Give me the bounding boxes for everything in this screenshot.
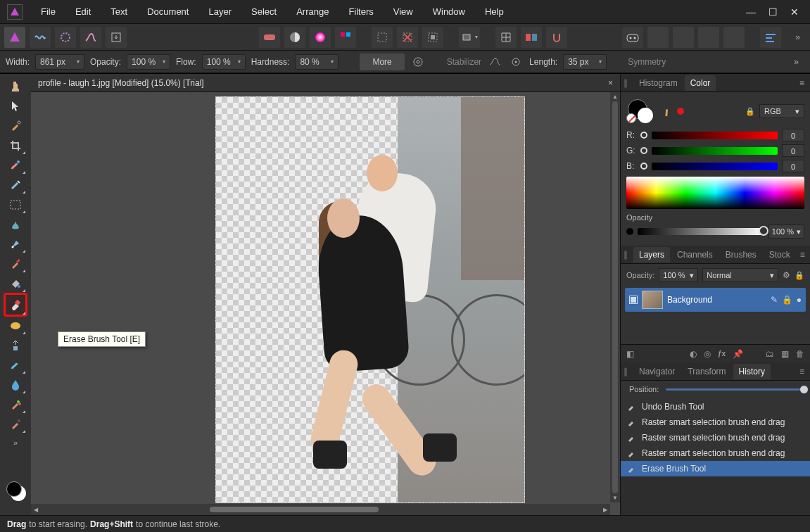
eyedropper-icon[interactable] [658,103,674,120]
quick-mask-icon[interactable] [259,27,280,48]
panel-menu-icon[interactable]: ≡ [797,250,808,260]
panel-menu-icon[interactable]: ≡ [797,78,807,88]
color-spectrum[interactable] [626,177,804,209]
canvas[interactable] [215,96,525,503]
channel-toggle-icon[interactable] [284,27,305,48]
color-opacity-slider[interactable] [638,228,764,235]
grid-toggle-icon[interactable] [495,27,517,48]
color-swatch[interactable] [628,99,654,123]
toolbar-overflow-icon[interactable]: » [790,32,806,42]
menu-text[interactable]: Text [101,2,137,21]
color-slider-g[interactable]: G:0 [626,144,804,157]
tab-color[interactable]: Color [685,75,716,91]
tab-history[interactable]: History [733,364,771,379]
color-opacity-field[interactable]: 100 %▾ [768,224,804,239]
history-item[interactable]: Undo Brush Tool [621,399,810,414]
add-layer-icon[interactable]: ▦ [781,349,789,359]
pin-icon[interactable]: 📌 [733,349,743,359]
align-icon[interactable] [760,27,781,48]
persona-liquify[interactable] [30,27,51,48]
mask-icon[interactable]: ◧ [626,349,634,359]
group-icon[interactable]: 🗂 [766,349,774,359]
placeholder-button-4[interactable] [723,27,745,48]
canvas-viewport[interactable]: Erase Brush Tool [E] ▲▼ ◀▶ [31,92,620,515]
fx-icon[interactable]: ƒx [718,350,726,357]
lock-icon[interactable]: 🔒 [795,271,804,280]
paint-mixer-tool[interactable] [5,395,26,414]
tab-navigator[interactable]: Navigator [633,364,681,379]
layer-visibility-checkbox[interactable] [629,296,638,304]
selection-subtract-icon[interactable] [397,27,418,48]
history-item[interactable]: Erase Brush Tool [621,461,810,476]
length-field[interactable]: 35 px▾ [563,54,607,70]
panel-dock-icon[interactable]: ∥ [624,78,628,88]
opacity-field[interactable]: 100 %▾ [127,54,170,70]
placeholder-button-3[interactable] [698,27,719,48]
flood-select-tool[interactable] [5,215,26,234]
split-view-icon[interactable] [521,27,542,48]
history-item[interactable]: Raster smart selection brush end drag [621,430,810,445]
history-item[interactable]: Raster smart selection brush end drag [621,414,810,430]
selection-brush-tool[interactable] [5,156,26,175]
pen-tool[interactable] [5,235,26,253]
blur-tool[interactable] [5,376,26,394]
fill-tool[interactable] [5,274,26,293]
menu-file[interactable]: File [31,2,65,21]
layer-link-icon[interactable]: ● [797,295,802,305]
persona-export[interactable] [106,27,127,48]
more-button[interactable]: More [360,53,404,70]
persona-develop[interactable] [55,27,76,48]
marquee-tool[interactable] [5,196,26,214]
color-picker-tool[interactable] [5,117,26,135]
vertical-scrollbar[interactable]: ▲▼ [610,92,620,502]
history-slider[interactable] [666,388,804,391]
panel-menu-icon[interactable]: ≡ [797,367,807,376]
move-tool[interactable] [5,97,26,115]
close-button[interactable]: ✕ [790,6,799,18]
flow-field[interactable]: 100 %▾ [202,54,246,70]
layer-opacity-field[interactable]: 100 %▾ [659,268,698,282]
placeholder-button-1[interactable] [647,27,669,48]
delete-layer-icon[interactable]: 🗑 [796,349,804,359]
menu-help[interactable]: Help [475,2,514,21]
crop-tool[interactable] [5,137,26,155]
tab-histogram[interactable]: Histogram [633,75,683,91]
horizontal-scrollbar[interactable]: ◀▶ [31,504,610,515]
maximize-button[interactable]: ☐ [768,6,778,18]
menu-document[interactable]: Document [137,2,198,21]
tools-overflow-icon[interactable]: » [13,438,18,447]
tab-layers[interactable]: Layers [633,247,670,262]
lock-icon[interactable]: 🔒 [745,107,755,116]
foreground-background-swatch[interactable] [6,481,25,500]
view-tool[interactable] [5,77,26,96]
hardness-field[interactable]: 80 %▾ [295,54,338,70]
tab-channels[interactable]: Channels [671,247,719,262]
selection-new-icon[interactable] [372,27,393,48]
document-tab[interactable]: profile - laugh 1.jpg [Modified] (15.0%)… [31,74,214,91]
color-mode-dropdown[interactable]: RGB▾ [759,104,804,118]
menu-select[interactable]: Select [241,2,286,21]
document-tab-close-icon[interactable]: × [601,78,620,88]
context-overflow-icon[interactable]: » [788,57,804,67]
persona-photo[interactable] [4,27,25,48]
blend-mode-dropdown[interactable]: Normal▾ [702,268,778,282]
color-slider-r[interactable]: R:0 [626,129,804,141]
persona-tonemap[interactable] [80,27,101,48]
snapping-icon[interactable] [546,27,567,48]
assistant-icon[interactable] [622,27,643,48]
placeholder-button-2[interactable] [673,27,694,48]
menu-view[interactable]: View [384,2,423,21]
layer-edit-icon[interactable]: ✎ [771,295,778,305]
color-wheel-icon[interactable] [310,27,331,48]
crop-preset-icon[interactable]: ▾ [459,27,480,48]
stabilizer-rope-icon[interactable] [508,54,524,70]
eyedropper-tool[interactable] [5,415,26,433]
stabilizer-curve-icon[interactable] [487,54,502,70]
gear-icon[interactable]: ⚙ [783,270,790,280]
target-icon[interactable] [410,54,426,70]
panel-dock-icon[interactable]: ∥ [624,367,628,376]
healing-brush-tool[interactable] [5,176,26,194]
menu-window[interactable]: Window [423,2,475,21]
tab-brushes[interactable]: Brushes [720,247,762,262]
swatches-icon[interactable] [335,27,356,48]
